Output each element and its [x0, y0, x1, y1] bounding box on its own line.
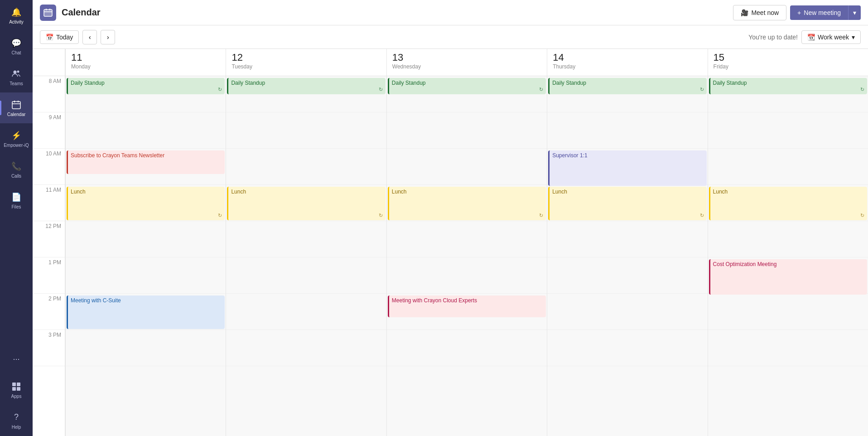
svg-rect-9: [17, 387, 20, 391]
recur-icon: ↻: [539, 87, 543, 92]
sidebar-item-help[interactable]: ? Help: [0, 405, 33, 436]
calendar-toolbar: 📅 Today ‹ › You're up to date! 📆 Work we…: [33, 25, 868, 49]
sidebar-label-help: Help: [12, 425, 21, 430]
svg-point-1: [17, 70, 19, 73]
event-title: Daily Standup: [713, 80, 864, 86]
event-fri-lunch[interactable]: Lunch ↻: [709, 187, 867, 220]
day-col-fri: Daily Standup ↻ Lunch ↻ Cost Optimizatio…: [708, 76, 868, 436]
new-meeting-main[interactable]: + New meeting: [790, 5, 849, 20]
sidebar-label-apps: Apps: [11, 394, 22, 399]
activity-icon: 🔔: [11, 7, 22, 18]
recur-icon: ↻: [700, 213, 704, 218]
sidebar-item-apps[interactable]: Apps: [0, 374, 33, 405]
meet-now-label: Meet now: [751, 9, 779, 16]
calls-icon: 📞: [11, 161, 22, 172]
day-header-mon: 11 Monday: [65, 49, 226, 76]
calendar-nav-icon: [11, 99, 22, 110]
main-area: Calendar 🎥 Meet now + New meeting ▾ 📅 To…: [33, 0, 868, 436]
sidebar-item-files[interactable]: 📄 Files: [0, 185, 33, 216]
sidebar-item-activity[interactable]: 🔔 Activity: [0, 0, 33, 31]
time-slot-8am: 8 AM: [33, 76, 65, 112]
time-slot-11am: 11 AM: [33, 185, 65, 221]
event-thu-supervisor[interactable]: Supervisor 1:1: [548, 150, 706, 186]
title-area: Calendar: [40, 5, 733, 21]
chat-icon: 💬: [11, 38, 22, 48]
more-icon: ···: [11, 354, 22, 364]
new-meeting-dropdown[interactable]: ▾: [849, 5, 861, 20]
day-col-mon: Daily Standup ↻ Subscribe to Crayon Team…: [65, 76, 226, 436]
sidebar-item-more[interactable]: ···: [0, 344, 33, 374]
event-tue-standup[interactable]: Daily Standup ↻: [227, 78, 385, 94]
new-meeting-button[interactable]: + New meeting ▾: [790, 5, 861, 20]
sidebar-item-chat[interactable]: 💬 Chat: [0, 31, 33, 62]
top-bar-actions: 🎥 Meet now + New meeting ▾: [733, 5, 861, 20]
help-icon: ?: [11, 412, 22, 423]
workweek-label: Work week: [818, 34, 849, 41]
event-wed-crayon-cloud[interactable]: Meeting with Crayon Cloud Experts: [388, 296, 546, 317]
sidebar-label-calendar: Calendar: [7, 112, 26, 117]
event-fri-standup[interactable]: Daily Standup ↻: [709, 78, 867, 94]
event-wed-lunch[interactable]: Lunch ↻: [388, 187, 546, 220]
today-button[interactable]: 📅 Today: [40, 30, 79, 44]
sidebar-item-teams[interactable]: Teams: [0, 62, 33, 92]
day-num-thu: 14: [553, 53, 564, 63]
time-slot-2pm: 2 PM: [33, 294, 65, 330]
day-name-wed: Wednesday: [392, 63, 421, 70]
cal-grid-icon: 📆: [807, 34, 815, 41]
event-mon-crayon-newsletter[interactable]: Subscribe to Crayon Teams Newsletter: [67, 150, 225, 174]
svg-rect-6: [12, 383, 16, 386]
event-title: Meeting with C-Suite: [71, 297, 222, 304]
event-mon-lunch[interactable]: Lunch ↻: [67, 187, 225, 220]
recur-icon: ↻: [379, 213, 383, 218]
today-label: Today: [56, 34, 73, 41]
recur-icon: ↻: [218, 87, 222, 92]
event-mon-standup[interactable]: Daily Standup ↻: [67, 78, 225, 94]
event-fri-cost-opt[interactable]: Cost Optimization Meeting: [709, 259, 867, 295]
recur-icon: ↻: [218, 213, 222, 218]
apps-icon: [11, 381, 22, 392]
day-name-mon: Monday: [71, 63, 91, 70]
recur-icon: ↻: [860, 87, 864, 92]
sidebar-item-empower-iq[interactable]: ⚡ Empower-iQ: [0, 123, 33, 154]
day-num-wed: 13: [392, 53, 403, 63]
event-title: Lunch: [552, 189, 704, 195]
event-tue-lunch[interactable]: Lunch ↻: [227, 187, 385, 220]
svg-rect-8: [12, 387, 16, 391]
time-slot-3pm: 3 PM: [33, 330, 65, 366]
workweek-button[interactable]: 📆 Work week ▾: [801, 30, 861, 44]
day-header-wed: 13 Wednesday: [386, 49, 547, 76]
day-header-thu: 14 Thursday: [547, 49, 707, 76]
event-title: Cost Optimization Meeting: [713, 261, 864, 267]
prev-button[interactable]: ‹: [82, 30, 97, 44]
event-title: Subscribe to Crayon Teams Newsletter: [71, 152, 222, 159]
plus-icon: +: [797, 9, 801, 16]
event-thu-standup[interactable]: Daily Standup ↻: [548, 78, 706, 94]
next-button[interactable]: ›: [101, 30, 115, 44]
event-title: Daily Standup: [392, 80, 543, 86]
event-title: Lunch: [231, 189, 382, 195]
sidebar-label-files: Files: [11, 204, 21, 209]
recur-icon: ↻: [700, 87, 704, 92]
recur-icon: ↻: [539, 213, 543, 218]
calendar-grid: 8 AM 9 AM 10 AM 11 AM 12 PM 1 PM 2 PM 3 …: [33, 49, 868, 436]
empower-iq-icon: ⚡: [11, 130, 22, 141]
event-title: Daily Standup: [231, 80, 382, 86]
sidebar-label-chat: Chat: [11, 50, 21, 55]
sidebar-label-activity: Activity: [9, 19, 24, 24]
day-col-thu: Daily Standup ↻ Supervisor 1:1 Lunch ↻: [547, 76, 707, 436]
sidebar-item-calls[interactable]: 📞 Calls: [0, 154, 33, 185]
sidebar-label-calls: Calls: [11, 174, 21, 179]
sidebar-item-calendar[interactable]: Calendar: [0, 92, 33, 123]
svg-rect-7: [17, 383, 20, 386]
teams-icon: [11, 68, 22, 79]
event-wed-standup[interactable]: Daily Standup ↻: [388, 78, 546, 94]
day-col-tue: Daily Standup ↻ Lunch ↻: [226, 76, 386, 436]
event-title: Lunch: [392, 189, 543, 195]
time-slot-9am: 9 AM: [33, 112, 65, 149]
files-icon: 📄: [11, 192, 22, 203]
event-thu-lunch[interactable]: Lunch ↻: [548, 187, 706, 220]
recur-icon: ↻: [860, 213, 864, 218]
svg-rect-10: [44, 10, 52, 16]
event-mon-csuite[interactable]: Meeting with C-Suite: [67, 296, 225, 329]
meet-now-button[interactable]: 🎥 Meet now: [733, 5, 786, 20]
